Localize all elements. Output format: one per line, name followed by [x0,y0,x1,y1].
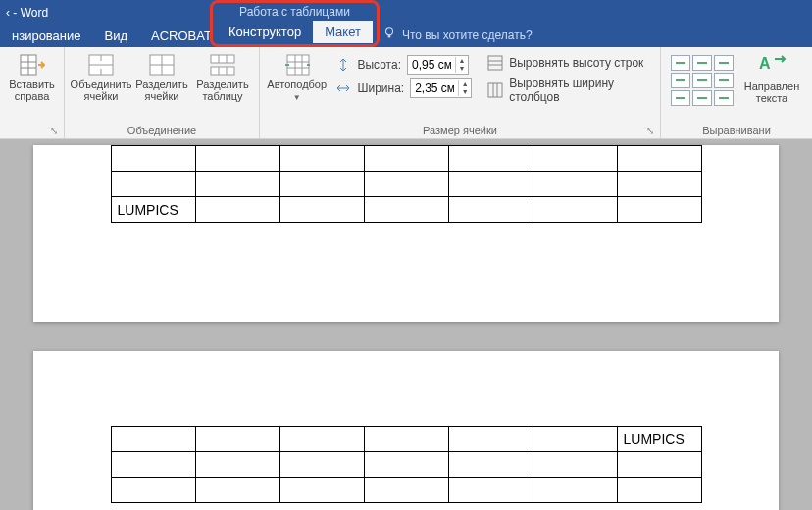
tab-layout[interactable]: Макет [313,21,373,43]
spin-down-icon[interactable]: ▼ [456,65,468,73]
distribute-cols-icon [487,82,503,98]
table-1[interactable]: LUMPICS [111,145,702,223]
tab-review[interactable]: нзирование [0,25,93,47]
tell-me-box[interactable]: Что вы хотите сделать? [382,26,533,43]
lightbulb-icon [382,26,396,43]
table-2[interactable]: LUMPICS [111,426,702,503]
table-tools-highlight: Работа с таблицами Конструктор Макет [210,0,380,47]
merge-cells-icon [88,53,114,76]
align-mid-left[interactable] [671,73,690,88]
split-cells-icon [149,53,175,76]
autofit-icon [284,53,310,76]
split-table-icon [210,53,235,76]
text-direction-button[interactable]: A Направлентекста [737,51,806,104]
spin-down-icon[interactable]: ▼ [459,88,471,96]
table-row: LUMPICS [111,197,701,223]
align-top-left[interactable] [671,55,690,71]
insert-right-button[interactable]: Вставитьсправа [6,51,58,102]
table-row: LUMPICS [111,427,701,452]
align-mid-right[interactable] [714,73,734,88]
svg-rect-1 [388,35,391,38]
document-area[interactable]: LUMPICS LUMPICS [0,139,812,510]
chevron-down-icon: ▼ [293,93,301,102]
cell-lumpics[interactable]: LUMPICS [617,427,701,452]
cell-lumpics[interactable]: LUMPICS [111,197,195,223]
alignment-grid [667,51,737,110]
svg-rect-13 [211,55,234,63]
merge-cells-button[interactable]: Объединитьячейки [71,51,131,102]
align-bot-center[interactable] [692,90,712,106]
width-field[interactable] [411,81,458,95]
align-bot-left[interactable] [671,90,690,106]
align-top-center[interactable] [692,55,712,71]
merge-group-label: Объединение [127,125,196,138]
ribbon: Вставитьсправа ⤡ Объединитьячейки Раздел… [0,47,812,139]
spin-up-icon[interactable]: ▲ [456,57,468,65]
distribute-rows-icon [487,55,503,71]
page-2: LUMPICS [33,351,779,510]
height-field[interactable] [408,58,455,72]
cell-size-group-label: Размер ячейки [423,125,497,138]
align-bot-right[interactable] [714,90,734,106]
svg-point-0 [386,28,393,35]
height-input[interactable]: ▲▼ [407,55,469,75]
align-mid-center[interactable] [692,73,712,88]
group-alignment: A Направлентекста Выравнивани [661,47,812,138]
autofit-button[interactable]: Автоподбор▼ [266,51,328,104]
table-tools-title: Работа с таблицами [217,5,373,21]
width-input[interactable]: ▲▼ [410,78,472,98]
insert-right-icon [20,53,45,76]
group-rows-cols-partial: Вставитьсправа ⤡ [0,47,65,138]
app-title: ‹ - Word [0,0,812,20]
tell-me-placeholder: Что вы хотите сделать? [402,28,533,42]
text-direction-icon: A [757,53,787,78]
svg-rect-14 [211,67,234,75]
distribute-rows-button[interactable]: Выровнять высоту строк [487,55,646,71]
group-merge: Объединитьячейки Разделитьячейки Раздели… [65,47,260,138]
svg-rect-27 [488,83,502,97]
spin-up-icon[interactable]: ▲ [459,80,471,88]
dialog-launcher-icon[interactable]: ⤡ [646,126,658,138]
svg-rect-24 [488,56,502,70]
width-label: Ширина: [357,81,404,95]
alignment-group-label: Выравнивани [702,125,771,138]
svg-rect-19 [287,55,309,75]
dialog-launcher-icon[interactable]: ⤡ [50,126,62,138]
col-width-icon [335,80,351,96]
title-bar: ‹ - Word нзирование Вид ACROBAT Работа с… [0,0,812,47]
page-1: LUMPICS [33,145,779,322]
split-cells-button[interactable]: Разделитьячейки [131,51,192,102]
svg-text:A: A [759,55,771,72]
tab-design[interactable]: Конструктор [217,21,313,43]
table-row [111,172,701,197]
row-height-icon [335,57,351,73]
split-table-button[interactable]: Разделитьтаблицу [192,51,253,102]
group-cell-size: Автоподбор▼ Высота: ▲▼ Ширина: ▲▼ [260,47,661,138]
align-top-right[interactable] [714,55,734,71]
distribute-cols-button[interactable]: Выровнять ширину столбцов [487,76,646,104]
tab-view[interactable]: Вид [93,25,140,47]
table-row [111,478,701,503]
table-row [111,452,701,478]
table-row [111,146,701,172]
height-label: Высота: [357,58,401,72]
